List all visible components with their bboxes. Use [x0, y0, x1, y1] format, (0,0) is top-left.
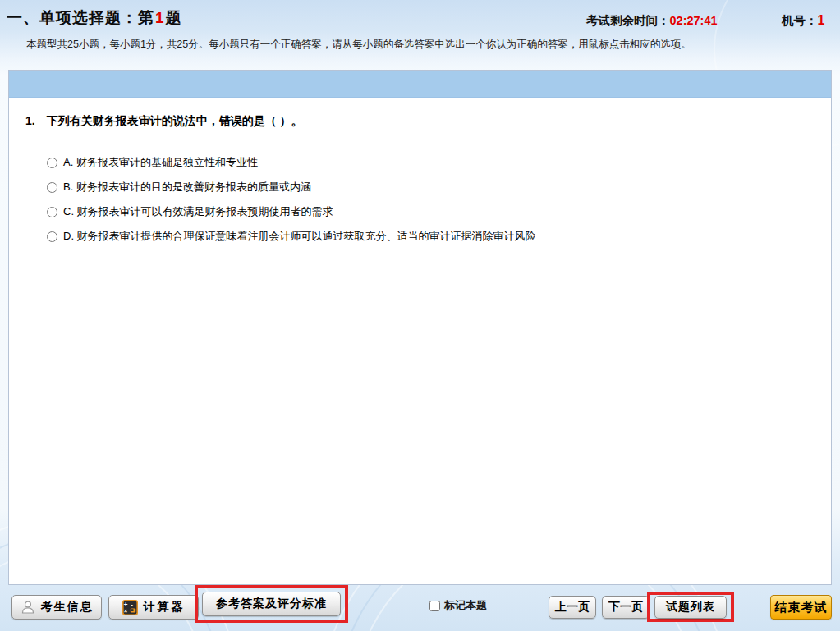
- current-question-number: 1: [154, 9, 166, 26]
- mark-question-row[interactable]: 标记本题: [429, 598, 487, 613]
- prev-page-button[interactable]: 上一页: [549, 596, 596, 619]
- timer-value: 02:27:41: [670, 14, 718, 27]
- finish-exam-button[interactable]: 结束考试: [770, 595, 832, 620]
- option-a-label: A. 财务报表审计的基础是独立性和专业性: [63, 155, 258, 170]
- mark-question-label: 标记本题: [444, 598, 487, 613]
- reference-answer-button[interactable]: 参考答案及评分标准: [202, 592, 341, 616]
- candidate-info-button[interactable]: 考生信息: [11, 595, 102, 620]
- highlight-box-reference-answer: 参考答案及评分标准: [195, 585, 348, 623]
- candidate-info-label: 考生信息: [41, 600, 94, 615]
- option-d[interactable]: D. 财务报表审计提供的合理保证意味着注册会计师可以通过获取充分、适当的审计证据…: [47, 224, 831, 249]
- option-b[interactable]: B. 财务报表审计的目的是改善财务报表的质量或内涵: [47, 175, 831, 199]
- next-page-button[interactable]: 下一页: [602, 596, 650, 619]
- svg-text:=: =: [130, 606, 135, 612]
- question-text-line: 1.下列有关财务报表审计的说法中，错误的是（ ）。: [25, 114, 831, 129]
- question-text: 下列有关财务报表审计的说法中，错误的是（ ）。: [47, 114, 303, 127]
- svg-text:×: ×: [124, 607, 130, 613]
- option-b-label: B. 财务报表审计的目的是改善财务报表的质量或内涵: [63, 180, 311, 194]
- option-d-label: D. 财务报表审计提供的合理保证意味着注册会计师可以通过获取充分、适当的审计证据…: [63, 229, 536, 244]
- calculator-button[interactable]: + - × = 计算器: [108, 595, 199, 620]
- panel-header-bar: [9, 71, 831, 98]
- option-c-radio[interactable]: [47, 207, 57, 217]
- mark-question-checkbox[interactable]: [429, 601, 440, 611]
- option-b-radio[interactable]: [47, 182, 57, 193]
- exam-timer: 考试剩余时间：02:27:41: [586, 13, 718, 29]
- highlight-box-question-list: 试题列表: [647, 592, 734, 622]
- timer-label: 考试剩余时间：: [586, 14, 670, 27]
- calculator-icon: + - × =: [122, 600, 138, 615]
- calculator-label: 计算器: [144, 600, 186, 615]
- exam-page: 一、单项选择题：第1题 本题型共25小题，每小题1分，共25分。每小题只有一个正…: [0, 0, 840, 631]
- option-c-label: C. 财务报表审计可以有效满足财务报表预期使用者的需求: [63, 204, 333, 219]
- question-number: 1.: [25, 114, 35, 127]
- person-icon: [21, 600, 35, 615]
- section-instructions: 本题型共25小题，每小题1分，共25分。每小题只有一个正确答案，请从每小题的备选…: [26, 38, 691, 52]
- options-list: A. 财务报表审计的基础是独立性和专业性 B. 财务报表审计的目的是改善财务报表…: [47, 150, 831, 249]
- option-d-radio[interactable]: [47, 231, 57, 242]
- page-title: 一、单项选择题：第1题: [7, 7, 182, 29]
- section-title-prefix: 一、单项选择题：第: [7, 9, 154, 26]
- machine-number: 机号：1: [782, 13, 824, 29]
- question-panel: 1.下列有关财务报表审计的说法中，错误的是（ ）。 A. 财务报表审计的基础是独…: [8, 70, 832, 585]
- option-a-radio[interactable]: [47, 158, 57, 168]
- machine-value: 1: [818, 13, 825, 27]
- machine-label: 机号：: [782, 14, 818, 27]
- question-list-button[interactable]: 试题列表: [654, 596, 727, 619]
- section-title-suffix: 题: [166, 9, 182, 26]
- option-c[interactable]: C. 财务报表审计可以有效满足财务报表预期使用者的需求: [47, 199, 831, 224]
- option-a[interactable]: A. 财务报表审计的基础是独立性和专业性: [47, 150, 831, 175]
